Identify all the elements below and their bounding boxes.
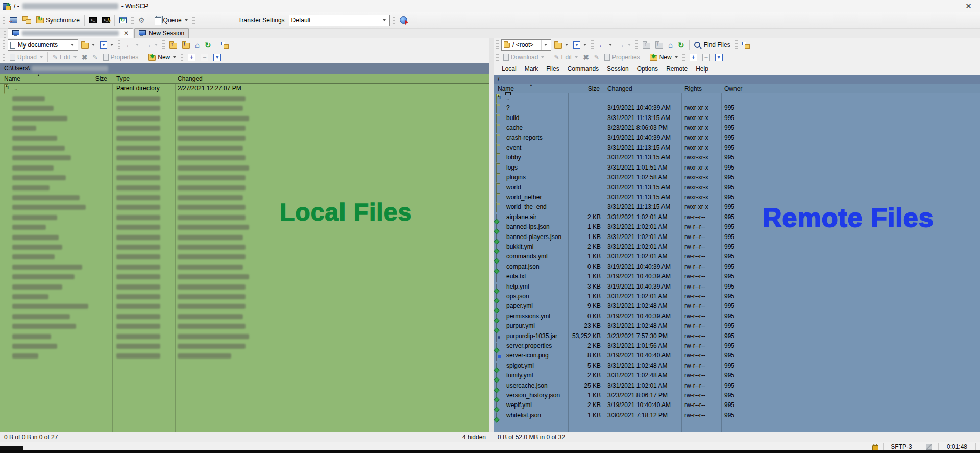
remote-file-row[interactable]: ?3/19/2021 10:40:39 AMrwxr-xr-x995: [494, 103, 980, 113]
remote-file-row[interactable]: banned-players.json1 KB3/31/2021 1:02:01…: [494, 232, 980, 242]
find-files-button[interactable]: Find Files: [692, 39, 732, 51]
remote-header-changed[interactable]: Changed: [607, 85, 632, 92]
local-filter-button[interactable]: ▼: [98, 39, 115, 51]
remote-file-row[interactable]: purpur.yml23 KB3/31/2021 1:02:48 AMrw-r-…: [494, 321, 980, 331]
remote-back-button[interactable]: ←: [596, 39, 614, 51]
remote-forward-button[interactable]: →: [615, 39, 633, 51]
remote-file-row[interactable]: crash-reports3/19/2021 10:40:39 AMrwxr-x…: [494, 133, 980, 143]
local-redacted-file-row[interactable]: [0, 163, 489, 173]
toolbar-grip[interactable]: [131, 16, 134, 25]
remote-file-row[interactable]: server-icon.png8 KB3/19/2021 10:40:40 AM…: [494, 351, 980, 361]
remote-file-row[interactable]: plugins3/31/2021 1:02:58 AMrwxr-xr-x995: [494, 173, 980, 182]
remote-new-button[interactable]: ✱ New: [648, 51, 680, 63]
remote-file-row[interactable]: event3/31/2021 11:13:15 AMrwxr-xr-x995: [494, 143, 980, 153]
toolbar-grip[interactable]: [3, 40, 5, 50]
local-redacted-file-row[interactable]: [0, 93, 489, 103]
local-rename-button[interactable]: ✎: [91, 51, 100, 63]
local-open-directory-button[interactable]: [79, 39, 97, 51]
toolbar-grip[interactable]: [496, 53, 499, 62]
local-redacted-file-row[interactable]: [0, 183, 489, 193]
local-redacted-file-row[interactable]: [0, 292, 489, 301]
remote-file-row[interactable]: eula.txt1 KB3/19/2021 10:40:39 AMrw-r--r…: [494, 272, 980, 281]
local-redacted-file-row[interactable]: [0, 262, 489, 272]
remote-path-bar[interactable]: /: [494, 75, 980, 84]
minimize-button[interactable]: –: [911, 0, 934, 12]
remote-refresh-button[interactable]: ↻: [676, 39, 687, 51]
remote-properties-button[interactable]: Properties: [602, 51, 642, 63]
remote-file-row[interactable]: wepif.yml2 KB3/19/2021 10:40:40 AMrw-r--…: [494, 400, 980, 410]
menu-item-mark[interactable]: Mark: [521, 65, 543, 73]
protocol-cell[interactable]: SFTP-3: [883, 443, 920, 451]
local-redacted-file-row[interactable]: [0, 133, 489, 143]
queue-button[interactable]: Queue: [153, 14, 190, 27]
remote-file-row[interactable]: commands.yml1 KB3/31/2021 1:02:01 AMrw-r…: [494, 252, 980, 261]
local-redacted-file-row[interactable]: [0, 341, 489, 351]
remote-home-button[interactable]: ⌂: [666, 39, 675, 51]
local-new-button[interactable]: ✱ New: [146, 51, 178, 63]
local-edit-button[interactable]: ✎ Edit: [51, 51, 79, 63]
run-command-button[interactable]: >_: [100, 14, 112, 27]
local-header-type[interactable]: Type: [116, 75, 130, 82]
toolbar-grip[interactable]: [181, 53, 183, 62]
local-home-button[interactable]: ⌂: [193, 39, 202, 51]
remote-file-row[interactable]: ops.json1 KB3/31/2021 1:02:01 AMrw-r--r-…: [494, 292, 980, 301]
remote-delete-button[interactable]: ✖: [581, 51, 591, 63]
local-redacted-file-row[interactable]: [0, 302, 489, 312]
local-redacted-file-row[interactable]: [0, 272, 489, 282]
remote-file-row[interactable]: ↰..: [494, 93, 980, 103]
local-path-bar[interactable]: C:\Users\: [0, 63, 489, 74]
session-tab-active[interactable]: ✕: [8, 28, 133, 38]
toolbar-grip[interactable]: [635, 40, 638, 50]
remote-file-row[interactable]: tuinity.yml2 KB3/31/2021 1:02:48 AMrw-r-…: [494, 371, 980, 380]
local-redacted-file-row[interactable]: [0, 312, 489, 321]
panel-splitter[interactable]: [489, 38, 494, 432]
remote-file-row[interactable]: bukkit.yml2 KB3/31/2021 1:02:01 AMrw-r--…: [494, 242, 980, 252]
local-redacted-file-row[interactable]: [0, 252, 489, 262]
local-redacted-file-row[interactable]: [0, 223, 489, 232]
local-redacted-file-row[interactable]: [0, 113, 489, 123]
remote-file-row[interactable]: version_history.json1 KB3/23/2021 8:06:1…: [494, 391, 980, 400]
remote-file-row[interactable]: permissions.yml0 KB3/19/2021 10:40:39 AM…: [494, 312, 980, 321]
remote-file-row[interactable]: purpurclip-1035.jar53,252 KB3/23/2021 7:…: [494, 331, 980, 341]
toolbar-grip[interactable]: [735, 40, 738, 50]
local-root-directory-button[interactable]: \: [180, 39, 192, 51]
remote-rename-button[interactable]: ✎: [592, 51, 601, 63]
local-redacted-file-row[interactable]: [0, 153, 489, 163]
remote-file-row[interactable]: logs3/31/2021 1:01:51 AMrwxr-xr-x995: [494, 163, 980, 173]
notifications-cell[interactable]: [919, 443, 939, 451]
maximize-button[interactable]: [934, 0, 957, 12]
open-terminal-button[interactable]: >_: [87, 14, 99, 27]
menu-item-local[interactable]: Local: [498, 65, 521, 73]
remote-file-row[interactable]: compat.json0 KB3/19/2021 10:40:39 AMrw-r…: [494, 262, 980, 272]
remote-add-column-button[interactable]: +: [688, 51, 699, 63]
remote-edit-button[interactable]: ✎ Edit: [552, 51, 580, 63]
local-hidden-status[interactable]: 4 hidden: [435, 434, 486, 441]
local-redacted-file-row[interactable]: [0, 232, 489, 242]
local-redacted-file-row[interactable]: [0, 322, 489, 331]
remote-file-row[interactable]: server.properties2 KB3/31/2021 1:01:56 A…: [494, 341, 980, 351]
remote-location-select[interactable]: / <root>: [501, 39, 551, 51]
local-delete-button[interactable]: ✖: [80, 51, 90, 63]
local-header-size[interactable]: Size: [78, 75, 107, 82]
remote-file-row[interactable]: lobby3/31/2021 11:13:15 AMrwxr-xr-x995: [494, 153, 980, 162]
close-button[interactable]: ✕: [957, 0, 980, 12]
menu-item-remote[interactable]: Remote: [662, 65, 692, 73]
menu-item-session[interactable]: Session: [603, 65, 633, 73]
remote-file-row[interactable]: world3/31/2021 11:13:15 AMrwxr-xr-x995: [494, 183, 980, 193]
local-header-changed[interactable]: Changed: [178, 75, 203, 82]
session-duration-cell[interactable]: 0:01:48: [938, 443, 976, 451]
remote-file-row[interactable]: world_nether3/31/2021 11:13:15 AMrwxr-xr…: [494, 193, 980, 202]
toolbar-grip[interactable]: [3, 16, 5, 25]
remote-filter-button[interactable]: ▼: [571, 39, 589, 51]
menu-item-commands[interactable]: Commands: [564, 65, 603, 73]
remote-header-name[interactable]: Name: [498, 85, 514, 92]
upload-button[interactable]: Upload: [8, 51, 45, 63]
local-forward-button[interactable]: →: [142, 39, 160, 51]
tab-close-icon[interactable]: ✕: [124, 30, 129, 37]
menu-item-files[interactable]: Files: [542, 65, 563, 73]
synchronize-browsing-button[interactable]: ↔: [8, 14, 19, 27]
remote-header-owner[interactable]: Owner: [724, 85, 742, 92]
local-remove-column-button[interactable]: −: [199, 51, 210, 63]
remote-file-row[interactable]: spigot.yml5 KB3/31/2021 1:02:48 AMrw-r--…: [494, 361, 980, 371]
local-redacted-file-row[interactable]: [0, 351, 489, 361]
